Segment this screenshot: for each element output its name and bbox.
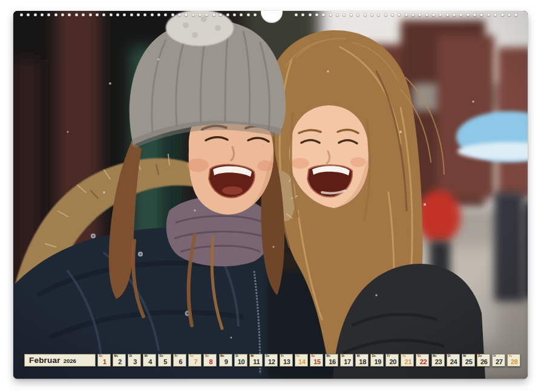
day-cell-18: Mi18: [355, 354, 369, 367]
day-cell-24: Di24: [447, 354, 460, 367]
day-cell-5: Do5: [158, 354, 171, 367]
weekday-label: Do: [372, 354, 376, 358]
punch-hole: [54, 13, 57, 16]
day-cell-21: Sa21: [401, 354, 414, 367]
punch-hole: [391, 13, 394, 16]
weekday-label: Fr: [493, 354, 496, 358]
day-number: 13: [280, 358, 292, 365]
day-cell-19: Do19: [370, 354, 384, 367]
punch-hole: [96, 13, 99, 16]
punch-hole: [446, 13, 449, 16]
weekday-label: Mo: [327, 354, 331, 358]
punch-hole: [508, 13, 511, 16]
calendar-strip: Februar 2026 So1Mo2Di3Mi4Do5Fr6Sa7So8Mo9…: [24, 354, 522, 367]
day-cell-7: Sa7: [188, 354, 202, 367]
day-number: 6: [174, 358, 186, 365]
day-cell-20: Fr20: [385, 354, 399, 367]
day-number: 12: [265, 358, 277, 365]
day-cell-15: So15: [310, 354, 323, 367]
day-number: 17: [341, 358, 353, 365]
punch-hole: [89, 13, 92, 16]
punch-hole: [384, 13, 387, 16]
weekday-label: Mi: [463, 354, 466, 358]
day-number: 8: [204, 358, 216, 365]
punch-hole: [130, 13, 133, 16]
day-cell-4: Mi4: [143, 354, 156, 367]
weekday-label: Mi: [251, 354, 254, 358]
punch-hole: [254, 13, 257, 16]
day-number: 14: [295, 358, 307, 365]
punch-hole: [171, 13, 174, 16]
punch-hole: [309, 13, 312, 16]
weekday-label: So: [311, 354, 315, 358]
day-cell-28: Sa28: [507, 354, 520, 367]
weekday-label: Sa: [508, 354, 512, 358]
weekday-label: Di: [342, 354, 345, 358]
day-cell-16: Mo16: [325, 354, 338, 367]
day-cell-26: Do26: [477, 354, 490, 367]
punch-hole: [247, 13, 250, 16]
day-cell-3: Di3: [128, 354, 141, 367]
punch-hole: [329, 13, 332, 16]
weekday-label: Do: [266, 354, 269, 358]
weekday-label: Mi: [357, 354, 360, 358]
punch-hole: [20, 13, 23, 16]
day-number: 20: [386, 358, 398, 365]
day-number: 3: [128, 358, 140, 365]
punch-hole: [370, 13, 373, 16]
day-number: 7: [189, 358, 201, 365]
day-number: 24: [447, 358, 459, 365]
day-cell-9: Mo9: [219, 354, 232, 367]
day-cell-25: Mi25: [462, 354, 475, 367]
day-number: 10: [235, 358, 247, 365]
day-number: 28: [508, 358, 520, 365]
product-photo-background: { "calendar": { "month": "Februar", "yea…: [0, 0, 544, 392]
weekday-label: Mo: [114, 354, 119, 358]
punch-hole: [157, 13, 160, 16]
punch-hole: [411, 13, 415, 16]
punch-hole: [295, 13, 298, 16]
day-number: 21: [401, 358, 413, 365]
month-label: Februar: [29, 354, 61, 366]
weekday-label: Sa: [402, 354, 406, 358]
day-number: 2: [113, 358, 125, 365]
day-number: 18: [356, 358, 368, 365]
day-cell-14: Sa14: [295, 354, 308, 367]
day-cell-11: Mi11: [249, 354, 263, 367]
day-number: 1: [98, 358, 110, 365]
weekday-label: So: [205, 354, 209, 358]
calendar-page: Februar 2026 So1Mo2Di3Mi4Do5Fr6Sa7So8Mo9…: [13, 11, 528, 379]
day-cell-23: Mo23: [431, 354, 445, 367]
day-cell-17: Di17: [340, 354, 353, 367]
day-number: 23: [432, 358, 444, 365]
day-number: 19: [371, 358, 383, 365]
weekday-label: Di: [235, 354, 238, 358]
day-number: 5: [159, 358, 171, 365]
punch-hole: [467, 13, 470, 16]
punch-hole: [350, 13, 353, 16]
weekday-label: Di: [448, 354, 451, 358]
day-cell-13: Fr13: [280, 354, 293, 367]
day-cell-12: Do12: [264, 354, 278, 367]
punch-hole: [487, 13, 490, 16]
day-number: 25: [462, 358, 474, 365]
punch-hole: [226, 13, 229, 16]
punch-hole: [192, 13, 195, 16]
weekday-label: So: [99, 354, 103, 358]
day-cell-1: So1: [97, 354, 111, 367]
day-number: 15: [310, 358, 323, 365]
year-label: 2026: [64, 355, 76, 367]
day-number: 22: [416, 358, 428, 365]
day-cell-10: Di10: [234, 354, 247, 367]
weekday-label: Do: [478, 354, 482, 358]
day-cell-8: So8: [203, 354, 217, 367]
punch-hole: [212, 13, 215, 16]
weekday-label: Fr: [281, 354, 284, 358]
day-number: 11: [250, 358, 262, 365]
day-number: 26: [477, 358, 490, 365]
day-cell-2: Mo2: [113, 354, 126, 367]
day-number: 4: [143, 358, 156, 365]
month-box: Februar 2026: [24, 354, 96, 367]
weekday-label: Do: [160, 354, 163, 358]
punch-hole: [116, 13, 119, 16]
